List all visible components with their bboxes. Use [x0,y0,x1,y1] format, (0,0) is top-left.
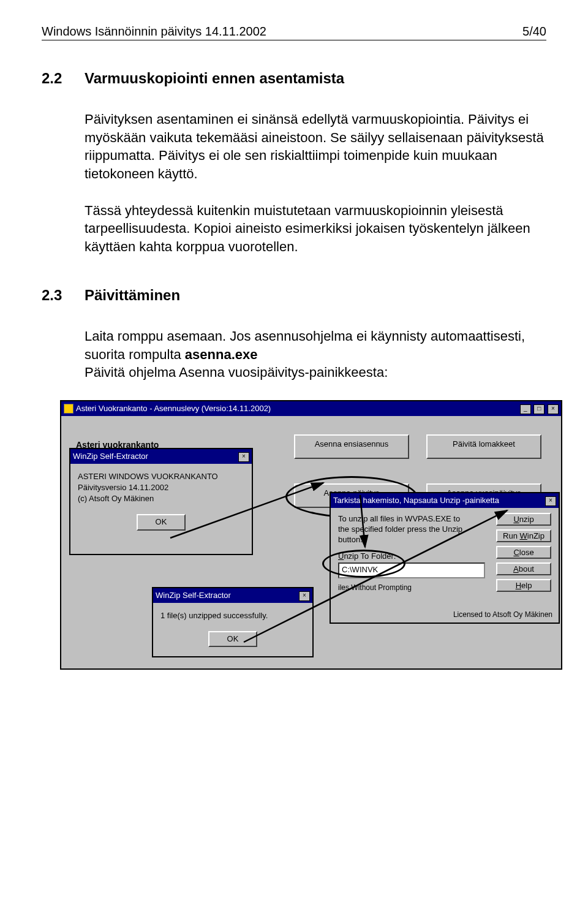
self-extractor-info-titlebar: WinZip Self-Extractor × [70,449,252,464]
close-icon[interactable]: × [548,404,559,414]
minimize-icon[interactable]: _ [520,404,531,414]
section-2-3-para2: Päivitä ohjelma Asenna vuosipäivitys-pai… [85,363,546,382]
section-2-2-para2: Tässä yhteydessä kuitenkin muistutetaan … [85,202,546,256]
window-controls: _ □ × [519,403,559,414]
section-2-3-para1: Laita romppu asemaan. Jos asennusohjelma… [85,327,546,363]
unzip-dialog-window: Tarkista hakemisto, Napsauta Unzip -pain… [330,492,560,624]
unzip-dialog-titlebar: Tarkista hakemisto, Napsauta Unzip -pain… [331,493,559,508]
self-extractor-info-window: WinZip Self-Extractor × ASTERI WINDOWS V… [69,448,253,555]
about-button[interactable]: About [496,562,551,575]
header-left: Windows Isännöinnin päivitys 14.11.2002 [42,25,266,39]
update-forms-button[interactable]: Päivitä lomakkeet [426,434,541,459]
run-winzip-button[interactable]: Run WinZip [496,529,551,542]
close-button[interactable]: Close [496,546,551,559]
install-first-button[interactable]: Asenna ensiasennus [294,434,409,459]
self-extractor-success-window: WinZip Self-Extractor × 1 file(s) unzipp… [152,587,314,657]
close-icon[interactable]: × [545,496,556,506]
unzip-button[interactable]: Unzip [496,513,551,526]
ok-button[interactable]: OK [208,631,257,647]
installer-screenshot: Asteri Vuokrankanto - Asennuslevy (Versi… [60,400,562,694]
maximize-icon[interactable]: □ [533,404,545,414]
unzip-folder-input[interactable]: C:\WINVK [338,562,485,578]
app-icon [64,404,74,414]
license-text: Licensed to Atsoft Oy Mäkinen [453,610,552,619]
section-2-3-heading: 2.3Päivittäminen [42,287,546,304]
unzip-instruction-text: To unzip all files in WVPAS.EXE to the s… [338,514,473,545]
close-icon[interactable]: × [238,452,249,462]
help-button[interactable]: Help [496,579,551,592]
self-extractor-success-titlebar: WinZip Self-Extractor × [153,588,312,603]
header-right: 5/40 [522,25,546,39]
ok-button[interactable]: OK [137,514,186,530]
installer-titlebar: Asteri Vuokrankanto - Asennuslevy (Versi… [61,401,561,416]
page-header: Windows Isännöinnin päivitys 14.11.2002 … [42,25,546,40]
section-2-2-para1: Päivityksen asentaminen ei sinänsä edell… [85,110,546,183]
close-icon[interactable]: × [299,591,310,601]
section-2-2-heading: 2.2Varmuuskopiointi ennen asentamista [42,70,546,87]
